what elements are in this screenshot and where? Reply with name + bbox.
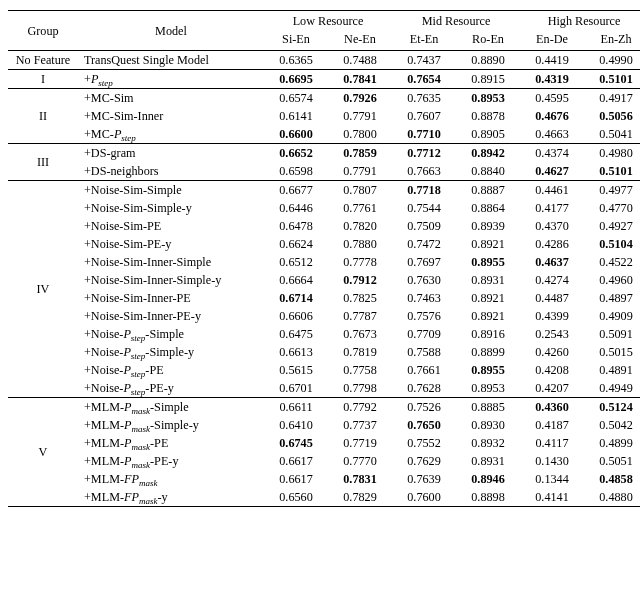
value-cell: 0.8955 [456,361,520,379]
super-mid: Mid Resource [392,11,520,31]
value-cell: 0.6574 [264,89,328,108]
value-cell: 0.7588 [392,343,456,361]
value-cell: 0.7831 [328,470,392,488]
value-cell: 0.7600 [392,488,456,507]
model-cell: +Noise-Pstep-PE-y [78,379,264,398]
value-cell: 0.5042 [584,416,640,434]
value-cell: 0.4319 [520,70,584,89]
value-cell: 0.4461 [520,181,584,200]
value-cell: 0.8939 [456,217,520,235]
value-cell: 0.7791 [328,107,392,125]
value-cell: 0.5051 [584,452,640,470]
value-cell: 0.8953 [456,379,520,398]
value-cell: 0.7639 [392,470,456,488]
value-cell: 0.4917 [584,89,640,108]
model-cell: +MLM-Pmask-PE-y [78,452,264,470]
value-cell: 0.4374 [520,144,584,163]
value-cell: 0.7544 [392,199,456,217]
model-cell: +Noise-Pstep-PE [78,361,264,379]
value-cell: 0.7650 [392,416,456,434]
super-low: Low Resource [264,11,392,31]
group-cell: IV [8,181,78,398]
value-cell: 0.4487 [520,289,584,307]
value-cell: 0.4676 [520,107,584,125]
value-cell: 0.4274 [520,271,584,289]
value-cell: 0.7761 [328,199,392,217]
value-cell: 0.6611 [264,398,328,417]
table-row: +MC-Pstep0.66000.78000.77100.89050.46630… [8,125,640,144]
value-cell: 0.7576 [392,307,456,325]
model-cell: +Noise-Sim-Inner-PE [78,289,264,307]
value-cell: 0.7710 [392,125,456,144]
value-cell: 0.7463 [392,289,456,307]
col-sien: Si-En [264,31,328,51]
model-cell: +MC-Pstep [78,125,264,144]
value-cell: 0.4637 [520,253,584,271]
value-cell: 0.4770 [584,199,640,217]
value-cell: 0.5056 [584,107,640,125]
value-cell: 0.8898 [456,488,520,507]
value-cell: 0.4990 [584,51,640,70]
value-cell: 0.4177 [520,199,584,217]
table-row: +Noise-Pstep-PE-y0.67010.77980.76280.895… [8,379,640,398]
model-cell: +MLM-FPmask-y [78,488,264,507]
model-cell: +Noise-Sim-Inner-Simple-y [78,271,264,289]
value-cell: 0.6600 [264,125,328,144]
value-cell: 0.7800 [328,125,392,144]
model-cell: +Noise-Sim-Simple [78,181,264,200]
value-cell: 0.8942 [456,144,520,163]
col-enzh: En-Zh [584,31,640,51]
model-cell: +MLM-Pmask-Simple [78,398,264,417]
value-cell: 0.7628 [392,379,456,398]
col-roen: Ro-En [456,31,520,51]
value-cell: 0.4960 [584,271,640,289]
value-cell: 0.8955 [456,253,520,271]
value-cell: 0.7820 [328,217,392,235]
value-cell: 0.7912 [328,271,392,289]
value-cell: 0.4595 [520,89,584,108]
model-cell: +DS-gram [78,144,264,163]
table-row: +DS-neighbors0.65980.77910.76630.88400.4… [8,162,640,181]
value-cell: 0.5101 [584,70,640,89]
group-cell: II [8,89,78,144]
value-cell: 0.7629 [392,452,456,470]
value-cell: 0.6695 [264,70,328,89]
value-cell: 0.4187 [520,416,584,434]
value-cell: 0.4627 [520,162,584,181]
table-row: +Noise-Pstep-Simple0.64750.76730.77090.8… [8,325,640,343]
value-cell: 0.4207 [520,379,584,398]
value-cell: 0.4208 [520,361,584,379]
value-cell: 0.4858 [584,470,640,488]
value-cell: 0.4117 [520,434,584,452]
table-row: +MLM-Pmask-Simple-y0.64100.77370.76500.8… [8,416,640,434]
value-cell: 0.4949 [584,379,640,398]
value-cell: 0.4141 [520,488,584,507]
value-cell: 0.6652 [264,144,328,163]
value-cell: 0.7509 [392,217,456,235]
value-cell: 0.7635 [392,89,456,108]
col-model-header: Model [78,11,264,51]
value-cell: 0.6677 [264,181,328,200]
value-cell: 0.7770 [328,452,392,470]
value-cell: 0.7791 [328,162,392,181]
value-cell: 0.7488 [328,51,392,70]
value-cell: 0.8899 [456,343,520,361]
col-ende: En-De [520,31,584,51]
value-cell: 0.7758 [328,361,392,379]
value-cell: 0.6714 [264,289,328,307]
table-row: II+MC-Sim0.65740.79260.76350.89530.45950… [8,89,640,108]
value-cell: 0.4909 [584,307,640,325]
table-row: IV+Noise-Sim-Simple0.66770.78070.77180.8… [8,181,640,200]
results-table: Group Model Low Resource Mid Resource Hi… [8,10,640,507]
value-cell: 0.7719 [328,434,392,452]
value-cell: 0.6664 [264,271,328,289]
value-cell: 0.1344 [520,470,584,488]
value-cell: 0.8840 [456,162,520,181]
value-cell: 0.7778 [328,253,392,271]
value-cell: 0.4360 [520,398,584,417]
model-cell: +MLM-Pmask-Simple-y [78,416,264,434]
value-cell: 0.5015 [584,343,640,361]
value-cell: 0.7673 [328,325,392,343]
value-cell: 0.5124 [584,398,640,417]
value-cell: 0.4286 [520,235,584,253]
